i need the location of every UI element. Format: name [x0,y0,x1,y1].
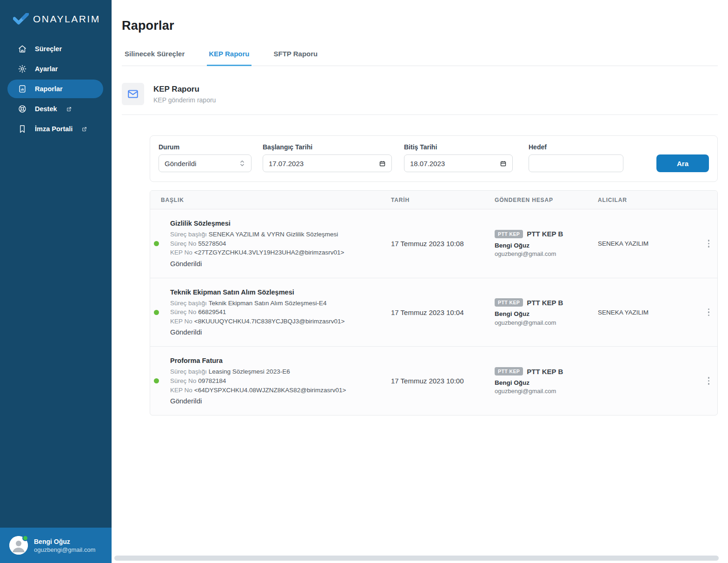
column-header-tarih: TARİH [391,197,495,203]
sidebar-item-imza-portali[interactable]: İmza Portali [7,120,103,138]
column-header-gonderen: GÖNDEREN HESAP [495,197,598,203]
row-status: Gönderildi [170,328,344,336]
page-title: Raporlar [122,19,718,33]
kep-no-value: <27TZGYZCHKU4.3VLY19H23UHA2@birimzasrv01… [194,249,344,256]
durum-field: Durum Gönderildi [159,143,251,172]
divider [122,114,718,115]
sidebar-nav: Süreçler Ayarlar Raporlar [0,38,112,140]
start-date-input[interactable]: 17.07.2023 [263,154,392,172]
online-status-dot [22,535,28,541]
section-header: KEP Raporu KEP gönderim raporu [122,83,718,105]
tab-kep-raporu[interactable]: KEP Raporu [207,47,251,66]
end-date-input[interactable]: 18.07.2023 [404,154,513,172]
row-title: Teknik Ekipman Satın Alım Sözleşmesi [170,288,344,296]
user-email: oguzbengi@gmail.com [34,546,95,553]
surec-no-label: Süreç No [170,377,196,384]
row-menu-kebab-icon[interactable] [705,237,713,250]
surec-basligi-value: SENEKA YAZILIM & VYRN Gizlilik Sözleşmes… [209,231,338,238]
calendar-icon [379,160,386,167]
checkmark-logo-icon [13,13,29,25]
durum-select[interactable]: Gönderildi [159,154,251,172]
row-status: Gönderildi [170,397,346,405]
section-title: KEP Raporu [153,85,216,94]
kep-no-label: KEP No [170,387,192,394]
surec-basligi-label: Süreç başlığı [170,368,207,375]
surec-no-value: 09782184 [198,377,226,384]
row-date: 17 Temmuz 2023 10:04 [391,308,495,316]
table-row: Gizlilik Sözleşmesi Süreç başlığıSENEKA … [150,209,717,278]
report-document-icon [18,84,27,94]
ptt-kep-badge: PTT KEP [495,298,523,307]
section-subtitle: KEP gönderim raporu [153,96,216,104]
sidebar-item-ayarlar[interactable]: Ayarlar [7,60,103,78]
sidebar-item-label: Süreçler [35,45,62,53]
sender-name: Bengi Oğuz [495,378,598,388]
ptt-kep-badge: PTT KEP [495,367,523,375]
external-link-icon [81,126,87,132]
tab-sftp-raporu[interactable]: SFTP Raporu [272,47,320,66]
start-date-field: Başlangıç Tarihi 17.07.2023 [263,143,392,172]
surec-no-value: 55278504 [198,240,226,247]
envelope-icon [122,83,144,105]
start-date-value: 17.07.2023 [269,160,304,168]
kep-no-label: KEP No [170,318,192,325]
column-header-alicilar: ALICILAR [598,197,700,203]
filter-bar: Durum Gönderildi Başlangıç Tarihi 17.07.… [150,135,718,182]
user-name: Bengi Oğuz [34,537,95,546]
row-menu-kebab-icon[interactable] [705,374,713,388]
sidebar: ONAYLARIM Süreçler Ayarlar [0,0,112,563]
search-button[interactable]: Ara [656,154,709,172]
sender-email: oguzbengi@gmail.com [495,250,598,257]
calendar-icon [500,160,507,167]
table-row: Proforma Fatura Süreç başlığıLeasing Söz… [150,347,717,415]
sidebar-user-panel[interactable]: Bengi Oğuz oguzbengi@gmail.com [0,528,112,563]
brand-logo: ONAYLARIM [0,0,112,28]
external-link-icon [66,106,72,112]
tab-silinecek-surecler[interactable]: Silinecek Süreçler [123,47,186,66]
ptt-kep-badge: PTT KEP [495,230,523,238]
tab-bar: Silinecek Süreçler KEP Raporu SFTP Rapor… [122,47,718,66]
durum-selected-value: Gönderildi [165,160,196,168]
hedef-input[interactable] [529,154,623,172]
surec-basligi-value: Leasing Sözleşmesi 2023-E6 [209,368,290,375]
kep-no-value: <64DYSPXCHKU4.08WJZNZ8KAS82@birimzasrv01… [194,387,346,394]
sender-account: PTT KEP B [527,230,563,238]
sender-account: PTT KEP B [527,299,563,307]
sidebar-item-label: İmza Portali [35,125,73,133]
durum-label: Durum [159,143,251,151]
home-icon [18,44,27,54]
row-recipients: SENEKA YAZILIM [598,309,700,316]
kep-no-value: <8KUUUQYCHKU4.7IC838YCJBQJ3@birimzasrv01… [194,318,345,325]
row-status: Gönderildi [170,260,344,268]
surec-basligi-label: Süreç başlığı [170,300,207,307]
row-menu-kebab-icon[interactable] [705,306,713,319]
surec-no-value: 66829541 [198,308,226,315]
sidebar-item-label: Ayarlar [35,65,58,73]
row-title: Proforma Fatura [170,357,346,364]
sidebar-item-surecler[interactable]: Süreçler [7,40,103,58]
hedef-field: Hedef [529,143,623,172]
sidebar-item-raporlar[interactable]: Raporlar [7,80,103,98]
sender-name: Bengi Oğuz [495,241,598,250]
avatar [9,536,28,555]
sidebar-item-destek[interactable]: Destek [7,100,103,118]
sender-email: oguzbengi@gmail.com [495,388,598,395]
horizontal-scrollbar[interactable] [114,556,719,561]
status-dot [154,310,159,315]
end-date-field: Bitiş Tarihi 18.07.2023 [404,143,513,172]
surec-no-label: Süreç No [170,240,196,247]
surec-basligi-value: Teknik Ekipman Satın Alım Sözleşmesi-E4 [209,300,327,307]
row-title: Gizlilik Sözleşmesi [170,220,344,227]
sender-email: oguzbengi@gmail.com [495,319,598,326]
brand-name: ONAYLARIM [33,13,100,25]
sidebar-item-label: Raporlar [35,85,63,93]
sender-account: PTT KEP B [527,368,563,375]
end-date-value: 18.07.2023 [410,160,445,168]
main-content: Raporlar Silinecek Süreçler KEP Raporu S… [112,0,728,563]
table-row: Teknik Ekipman Satın Alım Sözleşmesi Sür… [150,278,717,347]
row-date: 17 Temmuz 2023 10:00 [391,377,495,385]
end-date-label: Bitiş Tarihi [404,143,513,151]
status-dot [154,378,159,383]
column-header-baslik: BAŞLIK [150,197,391,203]
start-date-label: Başlangıç Tarihi [263,143,392,151]
